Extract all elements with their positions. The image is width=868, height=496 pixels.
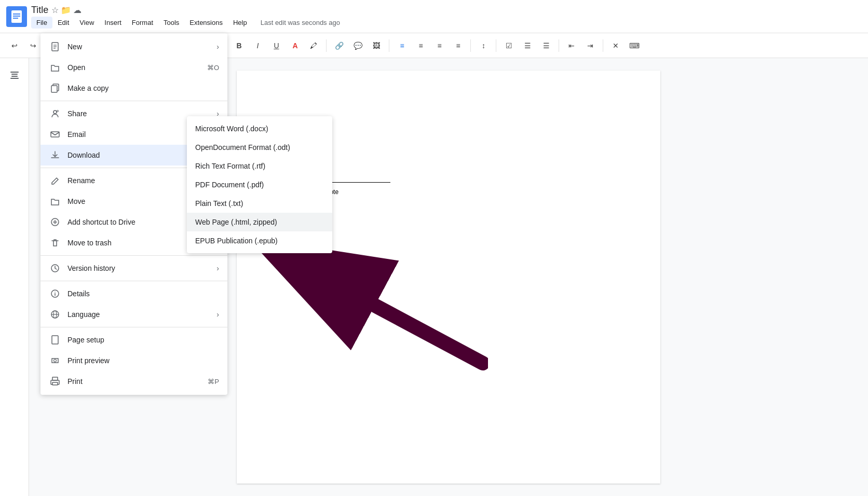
menu-option-make-copy[interactable]: Make a copy — [40, 78, 227, 99]
svg-rect-7 — [11, 76, 18, 77]
document-description: Description1. 1 This is a footnote — [287, 150, 611, 196]
menu-divider-4 — [40, 281, 227, 281]
menu-option-page-setup[interactable]: Page setup — [40, 329, 227, 350]
new-label: New — [67, 43, 216, 51]
insert-comment-button[interactable]: 💬 — [349, 37, 366, 54]
checklist-button[interactable]: ☑ — [500, 37, 517, 54]
sidebar — [0, 58, 29, 496]
menu-format[interactable]: Format — [127, 17, 158, 29]
sidebar-outline-icon[interactable] — [4, 64, 25, 85]
menu-option-open[interactable]: Open ⌘O — [40, 57, 227, 78]
doc-title-text[interactable]: Title — [31, 5, 48, 16]
menu-divider-1 — [40, 101, 227, 101]
version-history-arrow: › — [216, 264, 219, 272]
trash-icon — [49, 237, 61, 249]
svg-point-29 — [54, 360, 57, 362]
menu-file[interactable]: File — [31, 17, 52, 29]
print-label: Print — [67, 377, 208, 385]
input-tools-button[interactable]: ⌨ — [626, 37, 643, 54]
open-shortcut: ⌘O — [207, 64, 219, 72]
menu-divider-3 — [40, 255, 227, 256]
download-rtf[interactable]: Rich Text Format (.rtf) — [187, 157, 332, 175]
menu-help[interactable]: Help — [228, 17, 252, 29]
download-docx[interactable]: Microsoft Word (.docx) — [187, 119, 332, 138]
undo-button[interactable]: ↩ — [6, 37, 23, 54]
download-txt[interactable]: Plain Text (.txt) — [187, 194, 332, 213]
bold-button[interactable]: B — [230, 37, 247, 54]
download-odt-label: OpenDocument Format (.odt) — [195, 143, 290, 151]
print-shortcut: ⌘P — [208, 378, 219, 385]
make-copy-label: Make a copy — [67, 84, 219, 92]
insert-link-button[interactable]: 🔗 — [331, 37, 347, 54]
email-icon — [49, 128, 61, 141]
insert-image-button[interactable]: 🖼 — [368, 37, 385, 54]
highlight-button[interactable]: 🖍 — [305, 37, 322, 54]
italic-button[interactable]: I — [249, 37, 266, 54]
svg-point-15 — [53, 111, 57, 114]
star-icon[interactable]: ☆ — [51, 5, 59, 15]
language-arrow: › — [216, 310, 219, 319]
align-right-button[interactable]: ≡ — [431, 37, 447, 54]
svg-point-24 — [55, 292, 56, 293]
download-html[interactable]: Web Page (.html, zipped) — [187, 213, 332, 231]
download-odt[interactable]: OpenDocument Format (.odt) — [187, 138, 332, 157]
text-color-button[interactable]: A — [287, 37, 303, 54]
toolbar-sep-10 — [603, 39, 603, 52]
menu-extensions[interactable]: Extensions — [184, 17, 228, 29]
download-epub[interactable]: EPUB Publication (.epub) — [187, 231, 332, 250]
download-pdf[interactable]: PDF Document (.pdf) — [187, 175, 332, 194]
download-html-label: Web Page (.html, zipped) — [195, 218, 277, 226]
language-label: Language — [67, 310, 216, 319]
svg-point-16 — [57, 111, 59, 112]
header: Title ☆ 📁 ☁ File Edit View Insert Format… — [0, 0, 868, 33]
svg-rect-28 — [52, 336, 58, 344]
details-icon — [49, 287, 61, 300]
svg-rect-4 — [13, 18, 18, 19]
menu-tools[interactable]: Tools — [158, 17, 184, 29]
folder-icon[interactable]: 📁 — [61, 5, 71, 15]
bullet-list-button[interactable]: ☰ — [519, 37, 536, 54]
toolbar-sep-7 — [470, 39, 471, 52]
svg-rect-14 — [51, 86, 57, 92]
menu-option-details[interactable]: Details — [40, 283, 227, 304]
toolbar-sep-9 — [559, 39, 559, 52]
menu-view[interactable]: View — [74, 17, 99, 29]
align-left-button[interactable]: ≡ — [394, 37, 410, 54]
details-label: Details — [67, 290, 219, 298]
svg-rect-2 — [13, 13, 20, 15]
numbered-list-button[interactable]: ☰ — [538, 37, 554, 54]
underline-button[interactable]: U — [268, 37, 284, 54]
docs-logo-icon — [6, 6, 27, 27]
increase-indent-button[interactable]: ⇥ — [582, 37, 599, 54]
clear-format-button[interactable]: ✕ — [607, 37, 624, 54]
svg-rect-30 — [52, 377, 58, 380]
decrease-indent-button[interactable]: ⇤ — [563, 37, 580, 54]
menu-divider-5 — [40, 327, 227, 327]
align-center-button[interactable]: ≡ — [412, 37, 429, 54]
open-label: Open — [67, 63, 207, 72]
last-edit-status: Last edit was seconds ago — [261, 19, 340, 26]
svg-rect-5 — [10, 72, 19, 73]
download-rtf-label: Rich Text Format (.rtf) — [195, 162, 265, 170]
copy-icon — [49, 82, 61, 94]
menu-option-new[interactable]: New › — [40, 36, 227, 57]
cloud-icon[interactable]: ☁ — [73, 5, 82, 15]
redo-button[interactable]: ↪ — [25, 37, 42, 54]
open-icon — [49, 61, 61, 74]
print-preview-icon — [49, 354, 61, 367]
version-history-icon — [49, 262, 61, 274]
menu-option-print[interactable]: Print ⌘P — [40, 371, 227, 392]
menu-option-version-history[interactable]: Version history › — [40, 258, 227, 279]
document-title-row: Title ☆ 📁 ☁ — [31, 5, 340, 16]
menu-edit[interactable]: Edit — [52, 17, 74, 29]
toolbar-sep-5 — [326, 39, 327, 52]
download-pdf-label: PDF Document (.pdf) — [195, 181, 264, 189]
download-txt-label: Plain Text (.txt) — [195, 199, 243, 208]
svg-rect-8 — [10, 78, 19, 79]
menu-option-language[interactable]: Language › — [40, 304, 227, 325]
menu-option-print-preview[interactable]: Print preview — [40, 350, 227, 371]
new-icon — [49, 40, 61, 53]
align-justify-button[interactable]: ≡ — [450, 37, 466, 54]
menu-insert[interactable]: Insert — [99, 17, 127, 29]
line-spacing-button[interactable]: ↕ — [475, 37, 492, 54]
